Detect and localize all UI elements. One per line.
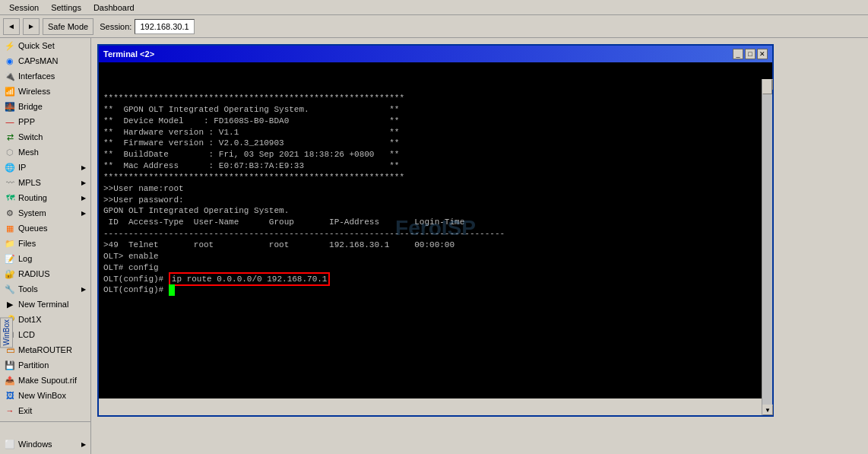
- system-icon: ⚙: [5, 208, 15, 218]
- terminal-maximize-button[interactable]: □: [745, 49, 756, 59]
- windows-icon: ⬜: [5, 439, 15, 449]
- winbox-label: WinBox: [0, 317, 13, 348]
- terminal-line: ****************************************…: [103, 93, 768, 104]
- radius-icon: 🔐: [5, 268, 15, 279]
- terminal-cursor: [169, 284, 175, 296]
- terminal-line: ** Firmware version : V2.0.3_210903 **: [103, 138, 768, 149]
- sidebar-item-log[interactable]: 📝 Log: [0, 251, 90, 266]
- sidebar-label-wireless: Wireless: [18, 87, 50, 96]
- ppp-icon: —: [5, 116, 15, 127]
- terminal-line: GPON OLT Integrated Operating System.: [103, 205, 768, 217]
- sidebar-item-queues[interactable]: ▦ Queues: [0, 221, 90, 236]
- terminal-line: ----------------------------------------…: [103, 228, 768, 240]
- terminal-line: OLT> enable: [103, 251, 768, 262]
- menu-dashboard[interactable]: Dashboard: [87, 2, 141, 14]
- forward-button[interactable]: ►: [23, 18, 40, 35]
- sidebar-label-metarouter: MetaROUTER: [18, 345, 72, 354]
- new-terminal-icon: ▶: [5, 299, 15, 310]
- ip-arrow: ▶: [81, 164, 86, 171]
- sidebar-label-radius: RADIUS: [18, 269, 50, 278]
- menu-settings[interactable]: Settings: [45, 2, 87, 14]
- terminal-close-button[interactable]: ✕: [757, 49, 768, 59]
- sidebar-label-mesh: Mesh: [18, 148, 39, 157]
- tools-arrow: ▶: [81, 286, 86, 293]
- sidebar-item-partition[interactable]: 💾 Partition: [0, 357, 90, 373]
- scrollbar-thumb[interactable]: [762, 79, 772, 94]
- sidebar-item-routing[interactable]: 🗺 Routing ▶: [0, 190, 90, 205]
- sidebar-item-bridge[interactable]: 🌉 Bridge: [0, 99, 90, 114]
- menu-bar: Session Settings Dashboard: [0, 0, 868, 15]
- sidebar-item-new-winbox[interactable]: 🖼 New WinBox: [0, 388, 90, 403]
- highlighted-command: ip route 0.0.0.0/0 192.168.70.1: [169, 272, 331, 286]
- capsman-icon: ◉: [5, 56, 15, 66]
- sidebar-label-routing: Routing: [18, 193, 47, 202]
- ip-icon: 🌐: [5, 162, 15, 173]
- terminal-window[interactable]: Terminal <2> _ □ ✕ FeroISP *************…: [97, 44, 774, 417]
- routing-arrow: ▶: [81, 195, 86, 202]
- files-icon: 📁: [5, 238, 15, 249]
- sidebar-label-lcd: LCD: [18, 330, 35, 339]
- wireless-icon: 📶: [5, 86, 15, 97]
- scrollbar[interactable]: ▲ ▼: [762, 79, 772, 415]
- sidebar-item-new-terminal[interactable]: ▶ New Terminal: [0, 297, 90, 312]
- sidebar-item-mpls[interactable]: 〰 MPLS ▶: [0, 175, 90, 190]
- sidebar-label-quick-set: Quick Set: [18, 41, 55, 50]
- sidebar-item-dot1x[interactable]: 🔑 Dot1X: [0, 312, 90, 327]
- terminal-line: ** BuildDate : Fri, 03 Sep 2021 18:38:26…: [103, 149, 768, 160]
- back-button[interactable]: ◄: [3, 18, 20, 35]
- terminal-line: ** Mac Address : E0:67:B3:7A:E9:33 **: [103, 160, 768, 172]
- sidebar-item-interfaces[interactable]: 🔌 Interfaces: [0, 68, 90, 84]
- menu-session[interactable]: Session: [3, 2, 45, 14]
- new-winbox-icon: 🖼: [5, 390, 15, 401]
- sidebar-item-tools[interactable]: 🔧 Tools ▶: [0, 281, 90, 297]
- sidebar-label-new-terminal: New Terminal: [18, 300, 68, 309]
- terminal-line: ****************************************…: [103, 172, 768, 183]
- safe-mode-button[interactable]: Safe Mode: [43, 18, 93, 35]
- sidebar-label-queues: Queues: [18, 224, 48, 233]
- session-value: 192.168.30.1: [135, 19, 194, 34]
- sidebar-item-radius[interactable]: 🔐 RADIUS: [0, 266, 90, 281]
- sidebar-label-capsman: CAPsMAN: [18, 56, 59, 65]
- sidebar-label-partition: Partition: [18, 360, 49, 370]
- sidebar-label-bridge: Bridge: [18, 102, 43, 111]
- sidebar-label-tools: Tools: [18, 284, 38, 294]
- terminal-titlebar: Terminal <2> _ □ ✕: [99, 46, 772, 62]
- terminal-line: OLT(config)# ip route 0.0.0.0/0 192.168.…: [103, 274, 768, 285]
- content-area: Terminal <2> _ □ ✕ FeroISP *************…: [91, 38, 868, 454]
- sidebar-label-dot1x: Dot1X: [18, 315, 42, 324]
- sidebar-item-windows[interactable]: ⬜ Windows ▶: [0, 437, 90, 452]
- terminal-line: ID Access-Type User-Name Group IP-Addres…: [103, 217, 768, 228]
- sidebar-label-switch: Switch: [18, 132, 43, 141]
- sidebar-item-capsman[interactable]: ◉ CAPsMAN: [0, 53, 90, 68]
- sidebar-item-make-supout[interactable]: 📤 Make Supout.rif: [0, 373, 90, 388]
- tools-icon: 🔧: [5, 284, 15, 294]
- terminal-line: ** GPON OLT Integrated Operating System.…: [103, 104, 768, 116]
- sidebar-item-lcd[interactable]: 🖥 LCD: [0, 327, 90, 342]
- terminal-line: >>User password:: [103, 195, 768, 206]
- log-icon: 📝: [5, 253, 15, 264]
- routing-icon: 🗺: [5, 192, 15, 203]
- sidebar-item-mesh[interactable]: ⬡ Mesh: [0, 144, 90, 160]
- terminal-minimize-button[interactable]: _: [733, 49, 743, 59]
- sidebar-item-quick-set[interactable]: ⚡ Quick Set: [0, 38, 90, 53]
- bridge-icon: 🌉: [5, 101, 15, 112]
- queues-icon: ▦: [5, 223, 15, 233]
- sidebar-item-files[interactable]: 📁 Files: [0, 236, 90, 251]
- sidebar-item-ip[interactable]: 🌐 IP ▶: [0, 160, 90, 175]
- sidebar-item-metarouter[interactable]: 🗃 MetaROUTER: [0, 342, 90, 357]
- quick-set-icon: ⚡: [5, 40, 15, 51]
- sidebar-item-system[interactable]: ⚙ System ▶: [0, 205, 90, 221]
- system-arrow: ▶: [81, 210, 86, 217]
- sidebar-item-ppp[interactable]: — PPP: [0, 114, 90, 129]
- sidebar-label-new-winbox: New WinBox: [18, 391, 66, 400]
- sidebar-item-switch[interactable]: ⇄ Switch: [0, 129, 90, 144]
- sidebar-item-wireless[interactable]: 📶 Wireless: [0, 84, 90, 99]
- terminal-line: >>User name:root: [103, 183, 768, 195]
- switch-icon: ⇄: [5, 132, 15, 142]
- make-supout-icon: 📤: [5, 375, 15, 386]
- sidebar-item-exit[interactable]: → Exit: [0, 403, 90, 418]
- sidebar-label-windows: Windows: [18, 440, 52, 449]
- terminal-content[interactable]: FeroISP ********************************…: [99, 62, 772, 398]
- scrollbar-down-button[interactable]: ▼: [762, 405, 773, 415]
- sidebar-label-mpls: MPLS: [18, 178, 41, 187]
